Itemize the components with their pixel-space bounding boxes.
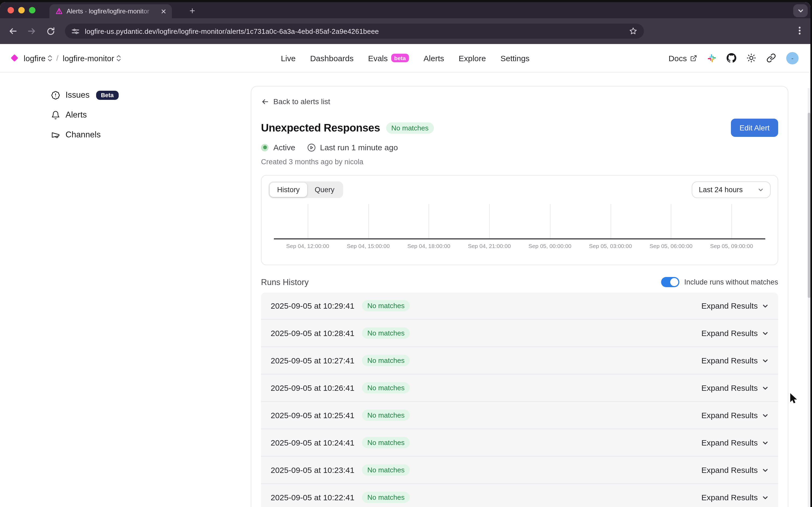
alert-detail-card: Back to alerts list Unexpected Responses…: [251, 86, 789, 507]
chevron-down-icon: [762, 385, 768, 391]
expand-results-button[interactable]: Expand Results: [701, 411, 768, 420]
org-switcher[interactable]: logfire: [23, 53, 52, 62]
run-status-badge: No matches: [362, 382, 410, 393]
chart-tick-label: Sep 04, 21:00:00: [468, 243, 511, 249]
back-to-alerts-link[interactable]: Back to alerts list: [261, 97, 778, 106]
chart-x-axis: [274, 238, 765, 239]
history-panel: History Query Last 24 hours Sep 04, 12:0: [261, 175, 778, 265]
page-scrollbar-thumb[interactable]: [808, 113, 810, 298]
run-row[interactable]: 2025-09-05 at 10:27:41 No matches Expand…: [261, 347, 778, 375]
chart-gridline: [489, 204, 490, 238]
evals-beta-badge: beta: [391, 53, 409, 62]
nav-explore[interactable]: Explore: [458, 53, 486, 62]
nav-evals[interactable]: Evalsbeta: [368, 53, 409, 62]
user-avatar[interactable]: -: [786, 52, 799, 64]
nav-settings[interactable]: Settings: [500, 53, 530, 62]
slack-icon[interactable]: [707, 53, 716, 62]
sidebar-item-issues[interactable]: Issues Beta: [51, 89, 251, 102]
url-text: logfire-us.pydantic.dev/logfire/logfire-…: [85, 27, 624, 35]
expand-results-button[interactable]: Expand Results: [701, 383, 768, 392]
logfire-favicon-icon: [55, 7, 63, 15]
expand-results-button[interactable]: Expand Results: [701, 438, 768, 447]
expand-results-button[interactable]: Expand Results: [701, 356, 768, 365]
tab-search-button[interactable]: [793, 4, 808, 17]
chevron-down-icon: [762, 357, 768, 364]
breadcrumb-separator: /: [56, 54, 59, 62]
chart-tick-label: Sep 05, 00:00:00: [529, 243, 572, 249]
expand-results-button[interactable]: Expand Results: [701, 329, 768, 338]
active-status-icon: [261, 144, 269, 151]
share-link-icon[interactable]: [766, 53, 776, 63]
window-controls: [7, 7, 36, 13]
github-icon[interactable]: [726, 53, 736, 63]
runs-history-chart: [269, 204, 771, 238]
expand-results-button[interactable]: Expand Results: [701, 493, 768, 502]
run-timestamp: 2025-09-05 at 10:29:41: [271, 301, 355, 310]
chart-tick-label: Sep 05, 09:00:00: [710, 243, 753, 249]
back-icon[interactable]: [7, 26, 18, 37]
nav-live[interactable]: Live: [281, 53, 295, 62]
browser-tab[interactable]: Alerts · logfire/logfire-monitor ✕: [49, 4, 172, 18]
chevron-down-icon: [762, 467, 768, 473]
run-row[interactable]: 2025-09-05 at 10:24:41 No matches Expand…: [261, 430, 778, 457]
zoom-window-button[interactable]: [29, 7, 36, 13]
sidebar-item-channels[interactable]: Channels: [51, 128, 251, 141]
chart-tick-label: Sep 04, 15:00:00: [347, 243, 390, 249]
run-timestamp: 2025-09-05 at 10:25:41: [271, 411, 355, 420]
chart-gridline: [732, 204, 732, 238]
active-status-label: Active: [273, 143, 295, 152]
include-runs-toggle[interactable]: [661, 277, 680, 287]
browser-window: Alerts · logfire/logfire-monitor ✕ ＋: [0, 2, 810, 507]
bookmark-star-icon[interactable]: [629, 27, 638, 36]
edit-alert-button[interactable]: Edit Alert: [731, 119, 778, 137]
forward-icon[interactable]: [26, 26, 37, 37]
run-status-badge: No matches: [362, 437, 410, 448]
run-timestamp: 2025-09-05 at 10:24:41: [271, 438, 355, 447]
run-timestamp: 2025-09-05 at 10:26:41: [271, 383, 355, 392]
nav-alerts[interactable]: Alerts: [424, 53, 444, 62]
chevron-down-icon: [762, 439, 768, 446]
run-timestamp: 2025-09-05 at 10:22:41: [271, 493, 355, 502]
close-window-button[interactable]: [7, 7, 14, 13]
browser-menu-icon[interactable]: [795, 26, 804, 36]
run-status-badge: No matches: [362, 409, 410, 421]
run-status-badge: No matches: [362, 300, 410, 311]
history-query-tabs: History Query: [269, 181, 343, 198]
tab-query[interactable]: Query: [307, 182, 342, 197]
new-tab-button[interactable]: ＋: [186, 4, 199, 17]
bell-icon: [51, 110, 60, 119]
docs-link[interactable]: Docs: [668, 53, 697, 62]
run-timestamp: 2025-09-05 at 10:28:41: [271, 329, 355, 338]
mouse-cursor: [790, 392, 799, 405]
breadcrumb: logfire / logfire-monitor: [12, 53, 120, 62]
arrow-left-icon: [261, 98, 269, 106]
run-status-badge: No matches: [362, 355, 410, 366]
minimize-window-button[interactable]: [18, 7, 25, 13]
run-status-badge: No matches: [362, 492, 410, 503]
url-bar[interactable]: logfire-us.pydantic.dev/logfire/logfire-…: [65, 23, 644, 39]
close-tab-icon[interactable]: ✕: [160, 7, 168, 15]
app-body: Issues Beta Alerts Channels: [0, 72, 810, 507]
nav-dashboards[interactable]: Dashboards: [310, 53, 354, 62]
sidebar-item-alerts[interactable]: Alerts: [51, 108, 251, 121]
run-status-badge: No matches: [362, 328, 410, 339]
tab-history[interactable]: History: [270, 182, 307, 197]
expand-results-button[interactable]: Expand Results: [701, 301, 768, 310]
run-row[interactable]: 2025-09-05 at 10:25:41 No matches Expand…: [261, 402, 778, 430]
last-run-label: Last run 1 minute ago: [320, 143, 398, 152]
reload-icon[interactable]: [45, 26, 56, 37]
chevron-down-icon: [797, 7, 804, 14]
play-circle-icon: [307, 143, 316, 152]
site-info-icon[interactable]: [71, 27, 79, 35]
run-row[interactable]: 2025-09-05 at 10:26:41 No matches Expand…: [261, 375, 778, 402]
time-range-select[interactable]: Last 24 hours: [692, 181, 771, 198]
light-mode-sun-icon[interactable]: [747, 53, 756, 63]
chevron-down-icon: [762, 330, 768, 336]
run-row[interactable]: 2025-09-05 at 10:29:41 No matches Expand…: [261, 292, 778, 320]
runs-history-heading: Runs History: [261, 277, 309, 287]
run-row[interactable]: 2025-09-05 at 10:22:41 No matches Expand…: [261, 484, 778, 507]
run-row[interactable]: 2025-09-05 at 10:23:41 No matches Expand…: [261, 457, 778, 484]
expand-results-button[interactable]: Expand Results: [701, 465, 768, 474]
run-row[interactable]: 2025-09-05 at 10:28:41 No matches Expand…: [261, 320, 778, 347]
project-switcher[interactable]: logfire-monitor: [63, 53, 121, 62]
